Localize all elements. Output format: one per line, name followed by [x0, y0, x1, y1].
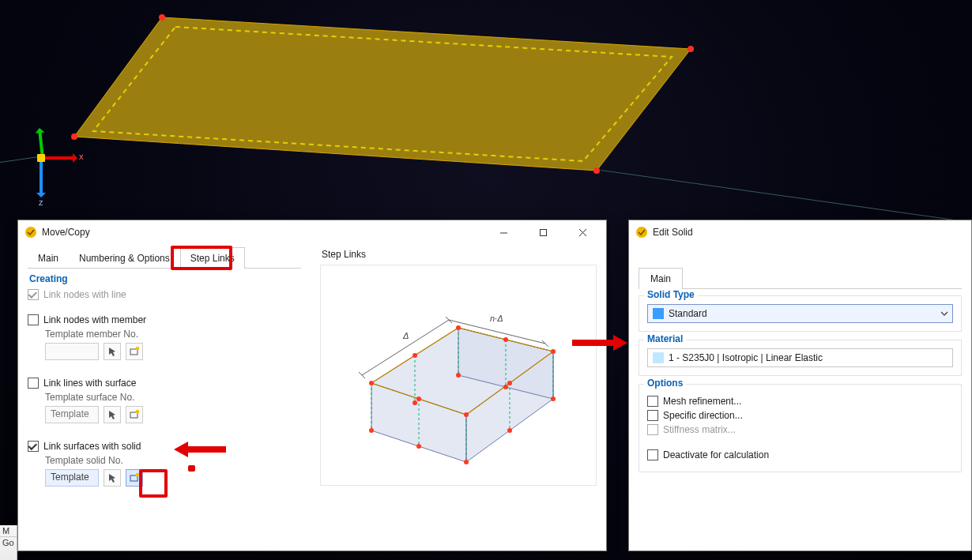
tabs-movecopy: Main Numbering & Options Step Links: [28, 247, 301, 269]
svg-rect-8: [130, 349, 138, 355]
svg-point-27: [413, 353, 417, 358]
svg-point-23: [369, 428, 374, 433]
svg-rect-7: [540, 229, 546, 235]
pointer-icon: [107, 346, 118, 357]
svg-point-2: [159, 14, 165, 21]
svg-marker-0: [74, 17, 691, 171]
chevron-down-icon: [936, 310, 952, 318]
titlebar[interactable]: Edit Solid: [629, 220, 971, 244]
label-template-solid-no: Template solid No.: [45, 455, 301, 466]
input-template-solid[interactable]: Template: [45, 469, 99, 487]
combo-material[interactable]: 1 - S235J0 | Isotropic | Linear Elastic: [647, 348, 953, 367]
combo-solid-type-value: Standard: [669, 308, 936, 319]
tab-main[interactable]: Main: [639, 268, 683, 289]
checkbox-specific-direction[interactable]: [647, 410, 658, 421]
svg-point-5: [71, 133, 77, 140]
dialog-title: Move/Copy: [42, 227, 481, 238]
svg-point-34: [507, 428, 512, 433]
svg-point-20: [456, 325, 461, 330]
svg-point-32: [503, 385, 508, 389]
checkbox-deactivate-calc[interactable]: [647, 449, 658, 460]
surface-plate: [71, 13, 711, 179]
svg-point-28: [503, 337, 508, 342]
svg-point-30: [507, 381, 512, 385]
checkbox-link-lines-surface[interactable]: [28, 378, 39, 389]
group-title-options: Options: [644, 378, 686, 389]
axis-x-label: x: [79, 152, 84, 161]
dialog-title: Edit Solid: [653, 227, 965, 238]
axis-z: [40, 161, 43, 196]
svg-point-6: [25, 227, 36, 238]
axis-z-label: z: [39, 197, 43, 207]
preview-title: Step Links: [322, 249, 597, 260]
app-icon: [635, 226, 648, 239]
svg-point-29: [416, 397, 421, 401]
svg-rect-12: [130, 475, 138, 481]
crop-line1: M: [0, 525, 17, 537]
tab-main[interactable]: Main: [28, 247, 69, 269]
checkbox-link-nodes-member[interactable]: [28, 314, 39, 325]
pick-member-button[interactable]: [104, 343, 121, 360]
section-title-creating: Creating: [29, 273, 301, 284]
left-pane: Main Numbering & Options Step Links Crea…: [18, 244, 311, 551]
right-pane: Step Links: [311, 244, 606, 551]
titlebar[interactable]: Move/Copy: [18, 220, 606, 244]
svg-point-11: [136, 410, 140, 414]
checkbox-mesh-refinement[interactable]: [647, 396, 658, 407]
axis-origin: [37, 154, 45, 162]
svg-text:n·Δ: n·Δ: [490, 314, 503, 323]
step-links-preview: Δ n·Δ: [320, 265, 597, 486]
pick-surface-button[interactable]: [104, 406, 121, 423]
svg-point-33: [416, 444, 421, 449]
svg-text:Δ: Δ: [402, 331, 409, 340]
color-swatch-icon: [653, 352, 664, 363]
svg-point-4: [593, 167, 600, 174]
new-window-icon: [129, 409, 140, 420]
pointer-icon: [107, 472, 118, 483]
color-swatch-icon: [653, 308, 664, 319]
dialog-edit-solid: Edit Solid Main Solid Type Standard Mate…: [628, 220, 972, 551]
new-member-button[interactable]: [126, 343, 143, 360]
svg-point-9: [136, 347, 140, 351]
crop-line2: Go: [0, 537, 17, 548]
svg-point-26: [456, 373, 461, 378]
svg-point-22: [464, 412, 469, 417]
input-template-member[interactable]: [45, 343, 99, 360]
label-stiffness-matrix: Stiffness matrix...: [663, 424, 736, 435]
svg-rect-10: [130, 412, 138, 418]
svg-point-25: [551, 397, 556, 401]
combo-solid-type[interactable]: Standard: [647, 304, 953, 323]
label-link-nodes-member: Link nodes with member: [43, 314, 146, 325]
label-link-lines-surface: Link lines with surface: [43, 378, 136, 389]
tab-step-links[interactable]: Step Links: [180, 247, 245, 269]
svg-point-3: [688, 46, 694, 52]
groupbox-solid-type: Solid Type Standard: [639, 295, 962, 332]
window-close-button[interactable]: [565, 220, 600, 244]
input-template-surface[interactable]: Template: [45, 406, 99, 423]
group-title-solid-type: Solid Type: [644, 289, 698, 300]
axis-x: [44, 156, 76, 160]
label-template-surface-no: Template surface No.: [45, 392, 301, 403]
preview-illustration: Δ n·Δ: [340, 280, 577, 470]
svg-point-21: [551, 349, 556, 354]
new-window-icon: [129, 472, 140, 483]
label-template-member-no: Template member No.: [45, 329, 301, 340]
svg-point-19: [369, 381, 374, 385]
new-surface-button[interactable]: [126, 406, 143, 423]
window-maximize-button[interactable]: [526, 220, 560, 244]
combo-material-value: 1 - S235J0 | Isotropic | Linear Elastic: [669, 352, 952, 363]
groupbox-material: Material 1 - S235J0 | Isotropic | Linear…: [639, 340, 962, 376]
pick-solid-button[interactable]: [104, 469, 121, 487]
tab-numbering-options[interactable]: Numbering & Options: [69, 247, 180, 269]
checkbox-link-surfaces-solid[interactable]: [28, 441, 39, 452]
checkbox-link-nodes-line: [28, 289, 39, 300]
svg-point-37: [636, 227, 647, 238]
tabs-editsolid: Main: [639, 268, 962, 289]
label-link-nodes-line: Link nodes with line: [43, 289, 126, 300]
new-solid-button[interactable]: [126, 469, 143, 487]
svg-point-31: [413, 400, 417, 405]
group-title-material: Material: [644, 333, 686, 344]
window-minimize-button[interactable]: [486, 220, 521, 244]
label-specific-direction: Specific direction...: [663, 410, 743, 421]
label-mesh-refinement: Mesh refinement...: [663, 396, 741, 407]
